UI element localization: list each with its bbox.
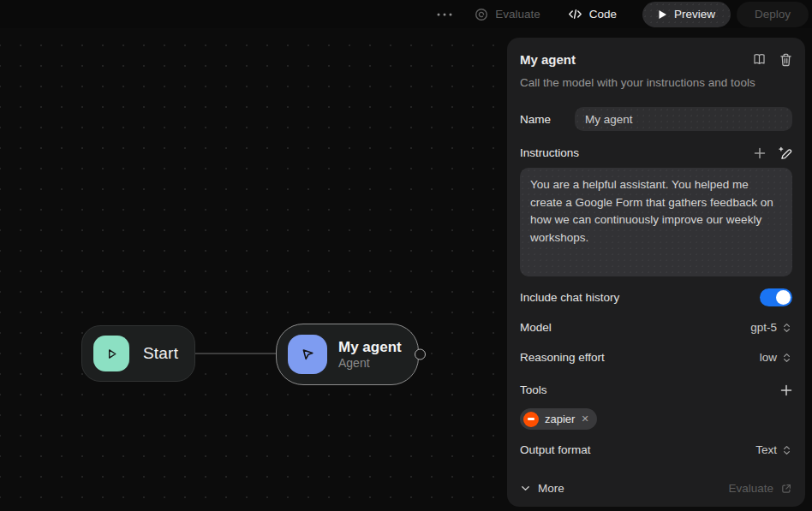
preview-label: Preview — [674, 8, 715, 21]
start-node[interactable]: Start — [81, 325, 195, 382]
model-label: Model — [520, 321, 552, 334]
chevron-up-down-icon — [781, 352, 792, 364]
more-expand-button[interactable]: More — [520, 482, 564, 495]
output-format-value: Text — [755, 443, 777, 456]
topbar: Evaluate Code Preview Deploy — [0, 0, 812, 28]
more-menu-button[interactable] — [437, 12, 452, 17]
tool-chips: zapier ✕ — [520, 408, 792, 430]
reasoning-effort-label: Reasoning effort — [520, 351, 605, 364]
zapier-tool-chip[interactable]: zapier ✕ — [520, 408, 597, 430]
more-label: More — [538, 482, 564, 495]
panel-footer: More Evaluate — [520, 482, 792, 495]
add-tool-button[interactable] — [780, 384, 792, 396]
include-chat-history-row: Include chat history — [520, 288, 792, 306]
output-format-select[interactable]: Text — [755, 443, 792, 456]
instructions-label: Instructions — [520, 146, 579, 159]
code-label: Code — [589, 8, 617, 21]
tools-row: Tools — [520, 381, 792, 399]
agent-node[interactable]: My agent Agent — [276, 324, 419, 385]
start-node-label: Start — [143, 344, 178, 363]
delete-button[interactable] — [779, 53, 792, 67]
agent-builder-screen: Evaluate Code Preview Deploy Start — [0, 0, 812, 511]
include-chat-history-label: Include chat history — [520, 291, 619, 304]
model-select[interactable]: gpt-5 — [750, 321, 792, 334]
name-input[interactable] — [575, 107, 792, 131]
trash-icon — [779, 53, 792, 67]
name-field-row: Name — [520, 107, 792, 131]
model-value: gpt-5 — [750, 321, 777, 334]
agent-output-connector[interactable] — [415, 349, 426, 360]
panel-header: My agent — [520, 52, 792, 67]
instructions-header: Instructions — [520, 146, 792, 160]
toggle-knob — [776, 290, 791, 305]
generate-instructions-button[interactable] — [778, 146, 792, 160]
pencil-sparkle-icon — [778, 146, 792, 160]
play-icon — [658, 9, 667, 20]
output-format-row: Output format Text — [520, 441, 792, 459]
tools-label: Tools — [520, 383, 547, 396]
chevron-down-icon — [520, 483, 531, 494]
agent-node-text: My agent Agent — [338, 338, 402, 371]
duplicate-icon — [752, 52, 767, 67]
plus-icon — [780, 384, 792, 396]
external-link-icon — [780, 483, 792, 495]
chevron-up-down-icon — [781, 322, 792, 334]
duplicate-button[interactable] — [752, 52, 767, 67]
name-label: Name — [520, 113, 575, 126]
preview-button[interactable]: Preview — [642, 2, 731, 27]
agent-config-panel: My agent Call the model with your instru… — [507, 38, 805, 507]
output-format-label: Output format — [520, 443, 591, 456]
evaluate-icon — [475, 8, 488, 21]
deploy-label: Deploy — [755, 8, 791, 21]
code-icon — [568, 8, 582, 21]
zapier-icon — [523, 412, 539, 427]
reasoning-effort-row: Reasoning effort low — [520, 348, 792, 366]
add-instruction-button[interactable] — [754, 147, 766, 159]
evaluate-button[interactable]: Evaluate — [475, 8, 540, 21]
evaluate-link-button[interactable]: Evaluate — [728, 482, 792, 495]
start-node-play-icon — [93, 336, 129, 371]
reasoning-effort-value: low — [760, 351, 777, 364]
panel-title: My agent — [520, 52, 576, 67]
edge-start-to-agent — [195, 353, 277, 354]
zapier-chip-label: zapier — [545, 413, 575, 425]
agent-node-title: My agent — [338, 338, 402, 356]
instructions-textarea[interactable]: You are a helpful assistant. You helped … — [520, 168, 792, 276]
include-chat-history-toggle[interactable] — [760, 288, 792, 306]
plus-icon — [754, 147, 766, 159]
agent-node-subtitle: Agent — [338, 356, 402, 371]
evaluate-label: Evaluate — [495, 8, 540, 21]
reasoning-effort-select[interactable]: low — [760, 351, 792, 364]
ellipsis-icon — [437, 12, 452, 17]
deploy-button[interactable]: Deploy — [737, 2, 809, 27]
chevron-up-down-icon — [781, 444, 792, 456]
remove-zapier-button[interactable]: ✕ — [581, 414, 588, 424]
agent-node-cursor-icon — [288, 335, 327, 374]
model-row: Model gpt-5 — [520, 318, 792, 336]
code-button[interactable]: Code — [568, 8, 617, 21]
panel-subtitle: Call the model with your instructions an… — [520, 75, 792, 90]
evaluate-link-label: Evaluate — [728, 482, 773, 495]
